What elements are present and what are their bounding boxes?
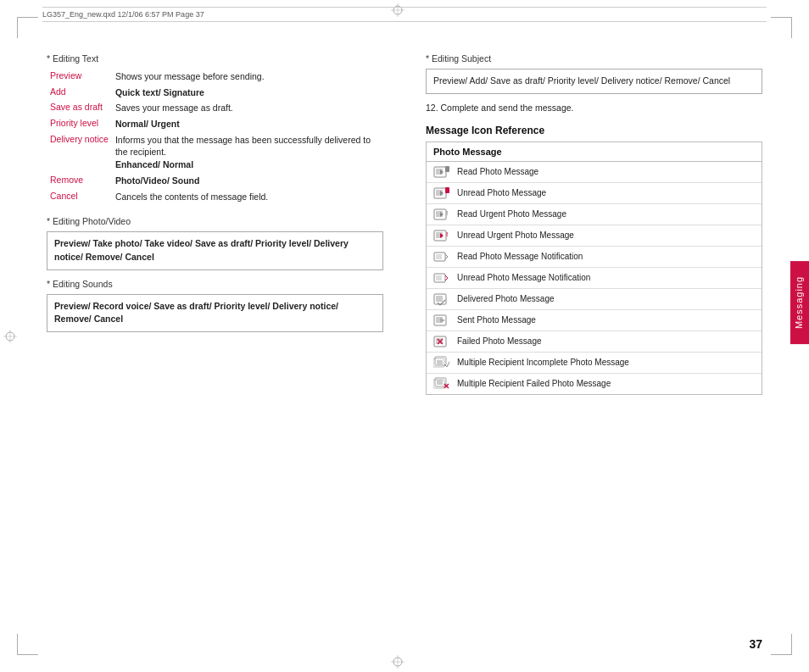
table-row: Cancel Cancels the contents of message f… [47,189,383,205]
svg-rect-28 [436,275,442,280]
corner-br [771,634,792,655]
read-notification-icon [433,250,450,264]
msg-label-delivered: Delivered Photo Message [457,294,555,303]
list-item: Read Photo Message [427,162,762,183]
term-label-preview: Preview [47,69,112,85]
table-row: Delivery notice Informs you that the mes… [47,132,383,173]
svg-rect-16 [445,187,449,193]
msg-label-multi-failed: Multiple Recipient Failed Photo Message [457,379,611,388]
editing-sounds-box: Preview/ Record voice/ Save as draft/ Pr… [47,294,383,333]
editing-subject-text: Preview/ Add/ Save as draft/ Priority le… [433,75,730,86]
reg-mark-bottom [391,655,404,669]
msg-label-multi-incomplete: Multiple Recipient Incomplete Photo Mess… [457,358,629,367]
sent-photo-icon [433,314,450,327]
list-item: Sent Photo Message [427,310,762,331]
side-tab-label: Messaging [794,276,804,329]
read-photo-icon [433,165,450,179]
term-label-cancel: Cancel [47,189,112,205]
term-def-delivery: Informs you that the message has been su… [112,132,383,173]
editing-photo-label: * Editing Photo/Video [47,216,383,226]
right-column: * Editing Subject Preview/ Add/ Save as … [417,47,762,630]
complete-text: 12. Complete and send the message. [426,103,762,113]
editing-photo-box: Preview/ Take photo/ Take video/ Save as… [47,231,383,270]
svg-rect-40 [437,360,443,364]
list-item: Read Photo Message Notification [427,247,762,268]
left-column: * Editing Text Preview Shows your messag… [47,47,392,630]
unread-urgent-photo-icon: ! [433,229,450,242]
msg-label-read: Read Photo Message [457,167,538,176]
reg-mark-left [3,330,17,343]
table-row: Remove Photo/Video/ Sound [47,173,383,189]
list-item: Failed Photo Message [427,331,762,353]
svg-rect-43 [437,380,443,385]
table-row: Priority level Normal/ Urgent [47,116,383,132]
header-bar: LG357_Eng_new.qxd 12/1/06 6:57 PM Page 3… [42,7,767,22]
svg-text:!: ! [446,231,448,237]
msg-label-unread: Unread Photo Message [457,188,546,197]
corner-bl [17,634,38,655]
msg-icon-ref-label: Message Icon Reference [426,125,762,136]
msg-label-read-urgent: Read Urgent Photo Message [457,209,566,219]
msg-label-read-notification: Read Photo Message Notification [457,252,583,261]
corner-tr [771,17,792,38]
term-label-delivery: Delivery notice [47,132,112,173]
multi-failed-icon [433,377,450,391]
multi-incomplete-icon [433,356,450,369]
unread-photo-icon [433,186,450,200]
header-file-info: LG357_Eng_new.qxd 12/1/06 6:57 PM Page 3… [42,10,204,19]
svg-text:!: ! [446,210,448,216]
msg-label-failed: Failed Photo Message [457,336,542,346]
failed-photo-icon [433,335,450,348]
list-item: Multiple Recipient Incomplete Photo Mess… [427,353,762,374]
unread-notification-icon [433,271,450,285]
msg-label-unread-urgent: Unread Urgent Photo Message [457,230,574,240]
page-container: LG357_Eng_new.qxd 12/1/06 6:57 PM Page 3… [0,0,809,672]
read-urgent-photo-icon: ! [433,208,450,221]
editing-sounds-text: Preview/ Record voice/ Save as draft/ Pr… [54,301,338,325]
list-item: ! Read Urgent Photo Message [427,204,762,225]
msg-label-unread-notification: Unread Photo Message Notification [457,273,590,282]
table-row: Add Quick text/ Signature [47,85,383,101]
editing-sounds-label: * Editing Sounds [47,279,383,289]
editing-subject-label: * Editing Subject [426,53,762,64]
term-label-add: Add [47,85,112,101]
term-def-add: Quick text/ Signature [112,85,383,101]
content-area: * Editing Text Preview Shows your messag… [47,47,762,630]
term-def-save: Saves your message as draft. [112,100,383,116]
term-label-priority: Priority level [47,116,112,132]
term-label-save: Save as draft [47,100,112,116]
svg-rect-30 [436,296,443,302]
page-number: 37 [749,637,762,651]
editing-subject-box: Preview/ Add/ Save as draft/ Priority le… [426,69,762,94]
corner-tl [17,17,38,38]
list-item: Multiple Recipient Failed Photo Message [427,374,762,394]
svg-rect-26 [436,254,442,259]
term-label-remove: Remove [47,173,112,189]
term-def-cancel: Cancels the contents of message field. [112,189,383,205]
delivered-photo-icon [433,292,450,306]
list-item: ! Unread Urgent Photo Message [427,225,762,247]
term-def-priority: Normal/ Urgent [112,116,383,132]
list-item: Delivered Photo Message [427,289,762,310]
photo-message-header: Photo Message [427,142,762,162]
term-table: Preview Shows your message before sendin… [47,69,383,204]
list-item: Unread Photo Message Notification [427,268,762,289]
msg-label-sent: Sent Photo Message [457,315,536,325]
table-row: Preview Shows your message before sendin… [47,69,383,85]
side-tab: Messaging [790,261,809,344]
photo-message-section: Photo Message Read Photo Message [426,142,762,395]
term-def-preview: Shows your message before sending. [112,69,383,85]
editing-text-label: * Editing Text [47,53,383,64]
editing-photo-text: Preview/ Take photo/ Take video/ Save as… [54,238,349,262]
svg-rect-12 [445,166,449,172]
term-def-remove: Photo/Video/ Sound [112,173,383,189]
list-item: Unread Photo Message [427,183,762,204]
table-row: Save as draft Saves your message as draf… [47,100,383,116]
